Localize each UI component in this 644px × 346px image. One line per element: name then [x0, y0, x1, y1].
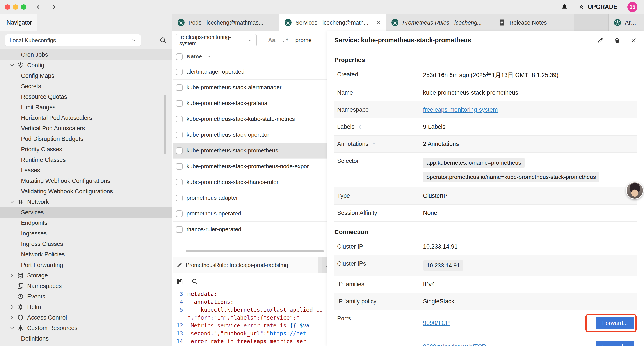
row-checkbox[interactable]: [176, 84, 182, 91]
sidebar-item-access-control[interactable]: Access Control: [0, 312, 172, 323]
sidebar-item-leases[interactable]: Leases: [0, 165, 172, 176]
tab-pods-icecheng-mathmas[interactable]: Pods - icecheng@mathmas...: [172, 14, 279, 31]
sidebar-item-events[interactable]: Events: [0, 291, 172, 302]
minimize-window-button[interactable]: [13, 4, 18, 10]
sidebar-item-limit-ranges[interactable]: Limit Ranges: [0, 102, 172, 113]
sidebar-item-resource-quotas[interactable]: Resource Quotas: [0, 91, 172, 102]
row-checkbox[interactable]: [176, 68, 182, 75]
row-checkbox[interactable]: [176, 195, 182, 201]
row-name: prometheus-adapter: [186, 194, 238, 201]
match-case-toggle[interactable]: Aa: [268, 37, 275, 43]
chevdown-icon[interactable]: [9, 199, 15, 205]
chevdown-icon[interactable]: [9, 325, 15, 331]
forward-button[interactable]: Forward...: [596, 341, 634, 346]
row-checkbox[interactable]: [176, 210, 182, 217]
tab-release-notes[interactable]: Release Notes: [493, 14, 574, 31]
row-label: Created: [337, 71, 423, 78]
sort-asc-icon[interactable]: [206, 54, 211, 59]
sidebar-item-runtime-classes[interactable]: Runtime Classes: [0, 155, 172, 165]
column-name-header[interactable]: Name: [186, 53, 202, 60]
sidebar-scrollbar[interactable]: [164, 95, 166, 154]
tab-strip: Pods - icecheng@mathmas...Services - ice…: [172, 14, 644, 31]
search-query[interactable]: prome: [296, 37, 312, 43]
close-window-button[interactable]: [5, 4, 10, 10]
port-link[interactable]: 8080:reloader-web/TCP: [423, 343, 486, 346]
dock-tab-active[interactable]: PrometheusRule: freeleaps-prod-rabbitmq: [172, 257, 318, 273]
sidebar-item-label: Limit Ranges: [21, 104, 56, 111]
row-checkbox[interactable]: [176, 163, 182, 170]
row-value: 10.233.14.91: [423, 243, 458, 250]
expand-icon[interactable]: [357, 124, 363, 130]
tab-services-icecheng-math[interactable]: Services - icecheng@math...: [279, 14, 386, 31]
delete-icon[interactable]: [614, 37, 620, 43]
row-label: Annotations: [337, 141, 423, 147]
close-drawer-icon[interactable]: [630, 37, 637, 43]
value-badge: operator.prometheus.io/name=kube-prometh…: [423, 172, 599, 182]
sidebar-item-cron-jobs[interactable]: Cron Jobs: [0, 49, 172, 60]
back-icon[interactable]: [36, 3, 43, 10]
row-checkbox[interactable]: [176, 147, 182, 154]
sidebar-item-services[interactable]: Services: [0, 207, 172, 218]
sidebar-item-ingresses[interactable]: Ingresses: [0, 228, 172, 239]
expand-icon[interactable]: [371, 141, 377, 147]
regex-toggle[interactable]: .*: [282, 37, 289, 43]
sidebar-item-network-policies[interactable]: Network Policies: [0, 249, 172, 260]
row-label: Session Affinity: [337, 210, 423, 216]
sidebar-item-storage[interactable]: Storage: [0, 270, 172, 281]
sidebar-item-label: Leases: [21, 167, 40, 174]
select-all-checkbox[interactable]: [176, 53, 182, 60]
row-checkbox[interactable]: [176, 132, 182, 138]
sidebar-item-label: Storage: [27, 272, 48, 279]
sidebar-item-network[interactable]: Network: [0, 197, 172, 207]
sidebar-item-ingress-classes[interactable]: Ingress Classes: [0, 239, 172, 249]
sidebar-item-namespaces[interactable]: Namespaces: [0, 281, 172, 291]
row-checkbox[interactable]: [176, 226, 182, 233]
chevdown-icon[interactable]: [9, 62, 15, 68]
row-link[interactable]: freeleaps-monitoring-system: [423, 106, 498, 113]
scrollbar-thumb[interactable]: [186, 250, 324, 253]
forward-icon[interactable]: [50, 3, 56, 10]
sidebar-item-label: Cron Jobs: [21, 51, 48, 58]
row-checkbox[interactable]: [176, 100, 182, 107]
sidebar-item-config[interactable]: Config: [0, 60, 172, 70]
sidebar-item-mutating-webhook-configurations[interactable]: Mutating Webhook Configurations: [0, 176, 172, 186]
sidebar-item-config-maps[interactable]: Config Maps: [0, 70, 172, 81]
port-link[interactable]: 9090/TCP: [423, 320, 450, 327]
sidebar-search-icon[interactable]: [159, 36, 167, 44]
row-checkbox[interactable]: [176, 179, 182, 185]
sidebar-item-label: Config Maps: [21, 72, 54, 79]
navigator-tab[interactable]: Navigator: [0, 14, 37, 31]
chevright-icon[interactable]: [9, 273, 15, 278]
row-name: thanos-ruler-operated: [186, 226, 241, 233]
sidebar-item-horizontal-pod-autoscalers[interactable]: Horizontal Pod Autoscalers: [0, 113, 172, 123]
bell-icon[interactable]: [561, 3, 568, 10]
sidebar-item-secrets[interactable]: Secrets: [0, 81, 172, 91]
close-tab-icon[interactable]: [376, 20, 381, 25]
tab-prometheus-rules-icecheng[interactable]: Prometheus Rules - icecheng...: [386, 14, 493, 31]
detail-row-type: TypeClusterIP: [334, 187, 637, 205]
notification-badge[interactable]: 15: [627, 2, 638, 12]
upgrade-button[interactable]: UPGRADE: [578, 3, 617, 10]
drawer-body: PropertiesCreated253d 16h 6m ago (2025年1…: [328, 49, 644, 346]
sidebar-item-port-forwarding[interactable]: Port Forwarding: [0, 260, 172, 270]
chevright-icon[interactable]: [9, 315, 15, 320]
save-icon[interactable]: [176, 278, 184, 285]
sidebar-item-pod-disruption-budgets[interactable]: Pod Disruption Budgets: [0, 134, 172, 144]
zoom-window-button[interactable]: [21, 4, 26, 10]
kubeconfig-select[interactable]: Local Kubeconfigs: [5, 34, 141, 46]
sidebar-item-vertical-pod-autoscalers[interactable]: Vertical Pod Autoscalers: [0, 123, 172, 134]
editor-search-icon[interactable]: [191, 278, 198, 285]
sidebar-item-priority-classes[interactable]: Priority Classes: [0, 144, 172, 155]
edit-icon[interactable]: [597, 37, 604, 43]
tab-argo-s[interactable]: Argo S: [608, 14, 644, 31]
sidebar-item-helm[interactable]: Helm: [0, 302, 172, 312]
sidebar-item-definitions[interactable]: Definitions: [0, 333, 172, 344]
row-label: Labels: [337, 123, 423, 130]
sidebar-item-custom-resources[interactable]: Custom Resources: [0, 323, 172, 333]
sidebar-item-endpoints[interactable]: Endpoints: [0, 218, 172, 228]
sidebar-item-validating-webhook-configurations[interactable]: Validating Webhook Configurations: [0, 186, 172, 197]
chevright-icon[interactable]: [9, 304, 15, 310]
row-checkbox[interactable]: [176, 116, 182, 122]
namespace-select[interactable]: freeleaps-monitoring-system: [176, 34, 257, 46]
forward-button[interactable]: Forward...: [596, 317, 634, 329]
